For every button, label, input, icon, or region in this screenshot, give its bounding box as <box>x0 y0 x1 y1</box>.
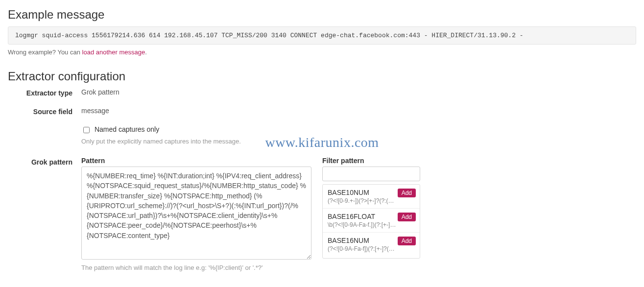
list-item: BASE16NUM (?<![0-9A-Fa-f])(?:[+-]?(?:0x)… <box>323 233 420 256</box>
filter-pattern-label: Filter pattern <box>322 157 420 165</box>
config-heading: Extractor configuration <box>8 70 636 83</box>
pattern-regex: \b(?<![0-9A-Fa-f.])(?:[+-]?(?:0... <box>328 221 396 228</box>
pattern-textarea[interactable] <box>81 167 311 260</box>
extractor-type-label: Extractor type <box>8 88 81 97</box>
example-message-box: logmgr squid-access 1556179214.636 614 1… <box>8 26 636 45</box>
named-captures-label: Named captures only <box>95 125 159 133</box>
grok-pattern-label: Grok pattern <box>31 158 72 166</box>
add-button[interactable]: Add <box>398 237 416 245</box>
add-button[interactable]: Add <box>398 189 416 197</box>
list-item: BASE16FLOAT \b(?<![0-9A-Fa-f.])(?:[+-]?(… <box>323 209 420 233</box>
wrong-example-hint: Wrong example? You can load another mess… <box>8 48 636 56</box>
list-item: BASE10NUM (?<![0-9.+-])(?>[+-]?(?:(?:[0-… <box>323 185 420 209</box>
pattern-regex: (?<![0-9.+-])(?>[+-]?(?:(?:[0-9]... <box>328 197 396 204</box>
source-field-value: message <box>81 107 636 115</box>
wrong-example-prefix: Wrong example? You can <box>8 48 82 56</box>
extractor-type-value: Grok pattern <box>81 88 636 96</box>
named-captures-help: Only put the explicitly named captures i… <box>81 138 636 145</box>
filter-pattern-input[interactable] <box>322 167 420 181</box>
pattern-sub-label: Pattern <box>81 157 311 165</box>
load-another-link[interactable]: load another message <box>82 48 145 56</box>
pattern-regex: (?<![0-9A-Fa-f])(?:[+-]?(?:0x)?(... <box>328 245 396 252</box>
pattern-help: The pattern which will match the log lin… <box>81 264 311 271</box>
example-heading: Example message <box>8 8 636 22</box>
wrong-example-suffix: . <box>145 48 147 56</box>
named-captures-checkbox[interactable] <box>83 127 90 133</box>
pattern-list[interactable]: BASE10NUM (?<![0-9.+-])(?>[+-]?(?:(?:[0-… <box>322 184 420 259</box>
source-field-label: Source field <box>8 107 81 116</box>
add-button[interactable]: Add <box>398 213 416 221</box>
